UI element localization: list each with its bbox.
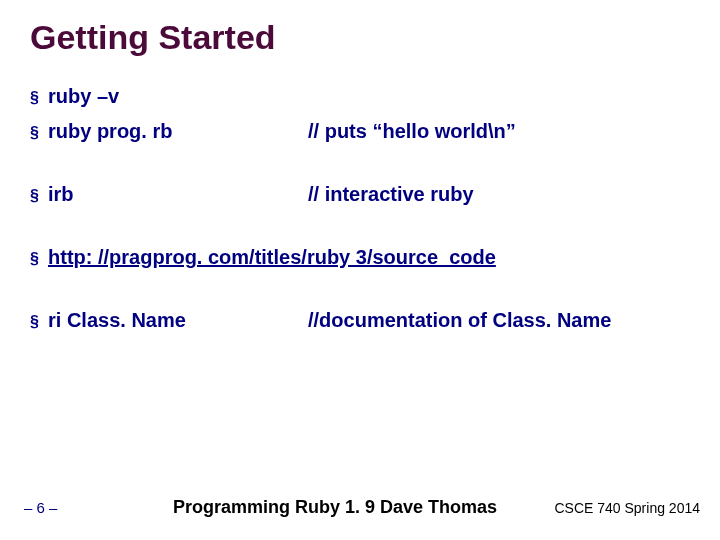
bullet-mark-icon: § (30, 249, 48, 269)
source-code-link[interactable]: http: //pragprog. com/titles/ruby 3/sour… (48, 246, 496, 269)
footer-reference: Programming Ruby 1. 9 Dave Thomas (120, 497, 550, 518)
bullet-item: § http: //pragprog. com/titles/ruby 3/so… (30, 246, 690, 269)
bullet-item: § irb // interactive ruby (30, 183, 690, 206)
bullet-item: § ruby prog. rb // puts “hello world\n” (30, 120, 690, 143)
bullet-text: irb (48, 183, 308, 206)
bullet-comment: // puts “hello world\n” (308, 120, 690, 143)
bullet-mark-icon: § (30, 312, 48, 332)
bullet-text: ruby –v (48, 85, 308, 108)
slide: Getting Started § ruby –v § ruby prog. r… (0, 0, 720, 540)
footer: – 6 – Programming Ruby 1. 9 Dave Thomas … (0, 497, 720, 518)
bullet-comment: // interactive ruby (308, 183, 690, 206)
bullet-text: ruby prog. rb (48, 120, 308, 143)
bullet-comment: //documentation of Class. Name (308, 309, 690, 332)
bullet-list: § ruby –v § ruby prog. rb // puts “hello… (30, 85, 690, 332)
slide-title: Getting Started (30, 18, 690, 57)
bullet-text: ri Class. Name (48, 309, 308, 332)
footer-course: CSCE 740 Spring 2014 (550, 500, 720, 516)
bullet-item: § ruby –v (30, 85, 690, 108)
bullet-mark-icon: § (30, 186, 48, 206)
bullet-mark-icon: § (30, 88, 48, 108)
page-number: – 6 – (0, 499, 120, 516)
bullet-item: § ri Class. Name //documentation of Clas… (30, 309, 690, 332)
bullet-mark-icon: § (30, 123, 48, 143)
